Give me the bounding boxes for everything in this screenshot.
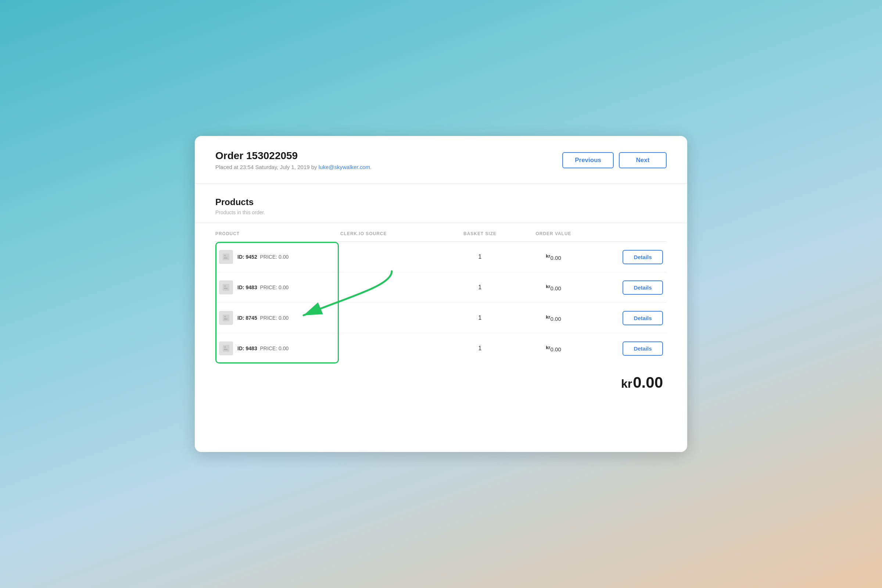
order-value-3: kr0.00 (517, 314, 590, 322)
rows-wrapper: ID: 9452 PRICE: 0.00 1 kr0.00 Details ID… (215, 242, 667, 363)
basket-size-4: 1 (443, 345, 517, 352)
product-image-2 (219, 280, 233, 294)
order-value-4: kr0.00 (517, 345, 590, 352)
product-cell-1: ID: 9452 PRICE: 0.00 (215, 248, 340, 266)
details-button-2[interactable]: Details (622, 280, 663, 295)
svg-rect-5 (223, 315, 230, 321)
product-cell-2: ID: 9483 PRICE: 0.00 (215, 279, 340, 296)
product-image-3 (219, 311, 233, 325)
table-row: ID: 9452 PRICE: 0.00 1 kr0.00 Details (215, 242, 667, 272)
order-value-1: kr0.00 (517, 253, 590, 261)
order-meta-suffix: . (370, 164, 372, 170)
product-label-3: ID: 8745 PRICE: 0.00 (237, 315, 288, 321)
total-row: kr0.00 (215, 363, 667, 395)
svg-rect-7 (223, 345, 230, 352)
basket-size-1: 1 (443, 254, 517, 260)
col-order-value: ORDER VALUE (517, 231, 590, 236)
product-label-1: ID: 9452 PRICE: 0.00 (237, 254, 288, 260)
table-row: ID: 8745 PRICE: 0.00 1 kr0.00 Details (215, 303, 667, 333)
products-title: Products (215, 197, 667, 207)
order-meta-prefix: Placed at 23:54 Saturday, July 1, 2019 b… (215, 164, 319, 170)
basket-size-2: 1 (443, 284, 517, 291)
order-value-2: kr0.00 (517, 284, 590, 291)
order-title: Order 153022059 (215, 150, 372, 162)
svg-rect-3 (223, 284, 230, 291)
main-card: Order 153022059 Placed at 23:54 Saturday… (195, 136, 687, 452)
product-cell-4: ID: 9483 PRICE: 0.00 (215, 340, 340, 357)
product-label-2: ID: 9483 PRICE: 0.00 (237, 285, 288, 290)
details-btn-cell-1: Details (590, 250, 667, 264)
col-actions (590, 231, 667, 236)
table-row: ID: 9483 PRICE: 0.00 1 kr0.00 Details (215, 272, 667, 303)
nav-buttons: Previous Next (562, 152, 667, 168)
previous-button[interactable]: Previous (562, 152, 614, 168)
products-header: Products Products in this order. (195, 184, 687, 223)
details-btn-cell-2: Details (590, 280, 667, 295)
total-amount: kr0.00 (621, 374, 663, 392)
svg-point-8 (224, 346, 226, 348)
details-button-1[interactable]: Details (622, 250, 663, 264)
details-button-4[interactable]: Details (622, 341, 663, 356)
product-cell-3: ID: 8745 PRICE: 0.00 (215, 309, 340, 326)
col-basket-size: BASKET SIZE (443, 231, 517, 236)
details-button-3[interactable]: Details (622, 311, 663, 325)
order-meta: Placed at 23:54 Saturday, July 1, 2019 b… (215, 164, 372, 170)
details-btn-cell-4: Details (590, 341, 667, 356)
col-clerk-source: CLERK.IO SOURCE (340, 231, 443, 236)
product-image-1 (219, 250, 233, 264)
svg-rect-1 (223, 254, 230, 260)
total-currency: kr (621, 377, 632, 390)
svg-point-6 (224, 316, 226, 318)
product-image-4 (219, 341, 233, 356)
svg-point-4 (224, 285, 226, 287)
products-subtitle: Products in this order. (215, 210, 667, 215)
total-value: 0.00 (633, 374, 663, 391)
order-info: Order 153022059 Placed at 23:54 Saturday… (215, 150, 372, 170)
header-section: Order 153022059 Placed at 23:54 Saturday… (195, 136, 687, 184)
next-button[interactable]: Next (619, 152, 667, 168)
col-product: PRODUCT (215, 231, 340, 236)
product-label-4: ID: 9483 PRICE: 0.00 (237, 345, 288, 351)
order-email-link[interactable]: luke@skywalker.com (319, 164, 370, 170)
basket-size-3: 1 (443, 315, 517, 321)
svg-point-2 (224, 255, 226, 256)
details-btn-cell-3: Details (590, 311, 667, 325)
table-row: ID: 9483 PRICE: 0.00 1 kr0.00 Details (215, 333, 667, 363)
table-header: PRODUCT CLERK.IO SOURCE BASKET SIZE ORDE… (215, 223, 667, 242)
table-section: PRODUCT CLERK.IO SOURCE BASKET SIZE ORDE… (195, 223, 687, 410)
